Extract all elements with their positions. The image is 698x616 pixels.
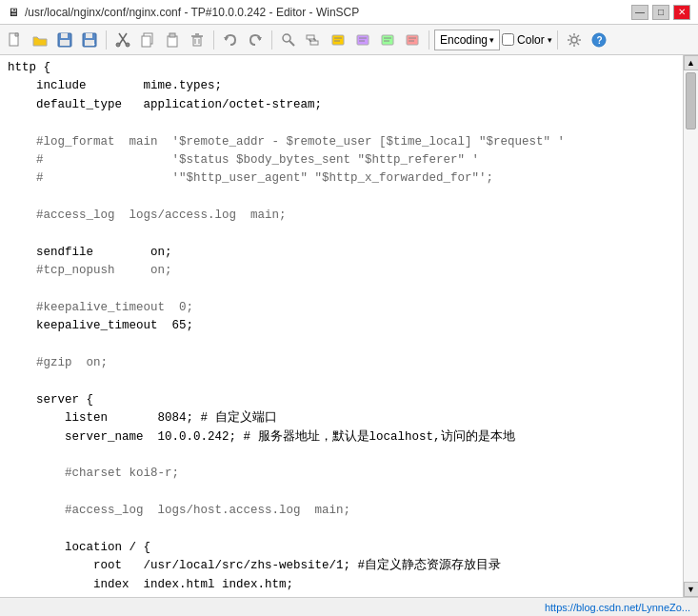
svg-rect-30 <box>357 35 369 45</box>
svg-point-11 <box>126 43 130 47</box>
replace-button[interactable] <box>302 29 325 51</box>
title-bar: 🖥 /usr/local/nginx/conf/nginx.conf - TP#… <box>0 0 698 25</box>
open-icon <box>32 32 48 48</box>
undo-button[interactable] <box>219 29 242 51</box>
svg-rect-36 <box>407 35 418 45</box>
color-checkbox[interactable] <box>502 33 514 46</box>
encoding-arrow-icon: ▾ <box>489 35 494 45</box>
vertical-scrollbar[interactable]: ▲ ▼ <box>683 55 698 597</box>
svg-rect-25 <box>307 35 314 39</box>
status-bar: https://blog.csdn.net/LynneZo... <box>0 597 698 616</box>
scroll-track[interactable] <box>684 70 698 582</box>
toolbar: + <box>0 25 698 55</box>
copy-icon <box>140 32 155 48</box>
paste-icon <box>165 32 180 48</box>
scroll-thumb[interactable] <box>686 72 696 129</box>
svg-line-47 <box>569 43 571 45</box>
svg-rect-5 <box>86 33 92 38</box>
new-button[interactable] <box>4 29 27 51</box>
minimize-button[interactable]: — <box>631 5 648 20</box>
separator-4 <box>429 30 429 50</box>
separator-3 <box>271 30 272 50</box>
color-checkbox-label[interactable]: Color ▾ <box>502 33 552 47</box>
svg-rect-14 <box>168 36 177 47</box>
maximize-button[interactable]: □ <box>652 5 669 20</box>
svg-line-46 <box>577 35 579 37</box>
svg-line-45 <box>577 43 579 45</box>
mark-button-3[interactable] <box>376 29 399 51</box>
find-button[interactable] <box>277 29 300 51</box>
svg-rect-27 <box>332 35 344 45</box>
help-button[interactable]: ? <box>588 29 610 51</box>
separator-2 <box>213 30 214 50</box>
delete-button[interactable] <box>186 29 209 51</box>
svg-rect-13 <box>142 36 150 47</box>
open-button[interactable] <box>29 29 51 51</box>
mark4-icon <box>405 32 420 48</box>
svg-text:+: + <box>91 41 95 48</box>
svg-marker-21 <box>224 37 229 41</box>
encoding-label: Encoding <box>440 33 488 47</box>
separator-1 <box>106 30 107 50</box>
cut-button[interactable] <box>111 29 134 51</box>
svg-rect-2 <box>61 33 68 38</box>
editor-content[interactable]: http { include mime.types; default_type … <box>0 55 683 597</box>
redo-button[interactable] <box>244 29 267 51</box>
saveas-button[interactable]: + <box>78 29 101 51</box>
settings-button[interactable] <box>563 29 586 51</box>
cut-icon <box>115 32 130 48</box>
mark3-icon <box>380 32 395 48</box>
separator-5 <box>557 30 558 50</box>
gear-icon <box>567 32 582 48</box>
svg-rect-16 <box>193 37 201 46</box>
mark1-icon <box>330 32 346 48</box>
save-icon <box>57 32 72 48</box>
save-button[interactable] <box>53 29 76 51</box>
window-title: /usr/local/nginx/conf/nginx.conf - TP#10… <box>25 6 359 19</box>
svg-text:?: ? <box>596 35 602 46</box>
copy-button[interactable] <box>136 29 159 51</box>
help-icon: ? <box>591 32 607 48</box>
mark2-icon <box>355 32 370 48</box>
svg-line-24 <box>289 41 294 46</box>
scroll-up-button[interactable]: ▲ <box>684 55 699 70</box>
redo-icon <box>248 32 263 48</box>
svg-line-44 <box>569 35 571 37</box>
color-label: Color <box>517 33 545 47</box>
svg-marker-22 <box>257 37 262 41</box>
new-icon <box>8 32 23 48</box>
app-icon: 🖥 <box>8 6 19 19</box>
svg-rect-15 <box>170 33 175 37</box>
replace-icon <box>306 32 321 48</box>
undo-icon <box>223 32 238 48</box>
svg-point-10 <box>116 43 120 47</box>
color-arrow-icon: ▾ <box>548 35 552 45</box>
svg-point-39 <box>571 37 577 43</box>
editor-container: http { include mime.types; default_type … <box>0 55 698 597</box>
mark-button-4[interactable] <box>401 29 424 51</box>
delete-icon <box>189 32 205 48</box>
svg-point-23 <box>283 34 290 42</box>
mark-button-2[interactable] <box>351 29 374 51</box>
svg-rect-3 <box>60 40 70 46</box>
svg-rect-33 <box>382 35 393 45</box>
encoding-dropdown[interactable]: Encoding ▾ <box>434 30 500 50</box>
find-icon <box>281 32 296 48</box>
close-button[interactable]: ✕ <box>673 5 690 20</box>
mark-button-1[interactable] <box>327 29 349 51</box>
saveas-icon: + <box>82 32 97 48</box>
scroll-down-button[interactable]: ▼ <box>684 582 699 597</box>
svg-rect-26 <box>310 41 318 45</box>
status-link[interactable]: https://blog.csdn.net/LynneZo... <box>545 602 690 613</box>
paste-button[interactable] <box>161 29 184 51</box>
